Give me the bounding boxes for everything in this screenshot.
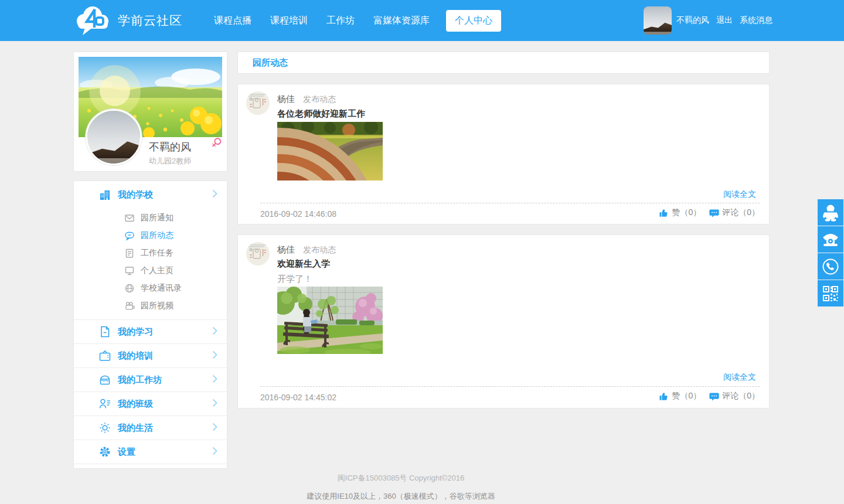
comment-button[interactable]: 评论（0）	[709, 207, 760, 218]
phone-circle-icon	[822, 258, 839, 275]
chevron-right-icon	[212, 423, 217, 434]
building-icon	[98, 188, 111, 201]
monitor-icon	[124, 265, 135, 276]
divider	[260, 386, 760, 387]
submenu-item-label: 园所视频	[141, 301, 173, 311]
brick-steps-photo[interactable]	[277, 122, 383, 181]
submenu-item-dynamics[interactable]: 园所动态	[74, 227, 227, 244]
telephone-icon	[821, 231, 840, 248]
task-document-icon	[124, 248, 135, 258]
post-author-line: 杨佳发布动态	[277, 244, 336, 256]
sidebar-item-label: 我的工作坊	[118, 374, 162, 386]
comment-bubble-icon	[124, 230, 135, 241]
nav-item-training[interactable]: 课程培训	[270, 15, 308, 27]
nav-item-vod[interactable]: 课程点播	[214, 15, 251, 27]
submenu-item-tasks[interactable]: 工作任务	[74, 244, 227, 262]
profile-avatar[interactable]	[86, 109, 142, 165]
sidebar-item-label: 我的学校	[118, 189, 153, 200]
post-author-avatar[interactable]	[246, 242, 270, 265]
post-title[interactable]: 各位老师做好迎新工作	[277, 108, 365, 120]
read-more-link[interactable]: 阅读全文	[723, 189, 756, 200]
post-author[interactable]: 杨佳	[277, 94, 295, 104]
section-title-bar: 园所动态	[237, 52, 770, 74]
chevron-right-icon	[212, 374, 217, 386]
post-author-avatar[interactable]	[246, 91, 270, 115]
chevron-right-icon	[212, 350, 217, 362]
post-title[interactable]: 欢迎新生入学	[277, 258, 330, 270]
submenu-item-label: 园所动态	[141, 230, 173, 241]
post-action-label: 发布动态	[303, 245, 336, 254]
nav-item-media-library[interactable]: 富媒体资源库	[373, 15, 430, 27]
qq-contact-button[interactable]	[818, 199, 843, 226]
sidebar-item-my-workshop[interactable]: 我的工作坊	[74, 367, 227, 391]
gear-icon	[98, 445, 111, 458]
workshop-box-icon	[98, 373, 111, 386]
like-button[interactable]: 赞（0）	[659, 207, 701, 218]
post-timestamp: 2016-09-02 14:45:02	[260, 393, 336, 402]
qrcode-button[interactable]	[818, 280, 843, 307]
chevron-right-icon	[212, 399, 217, 410]
submenu-item-homepage[interactable]: 个人主页	[74, 262, 227, 280]
submenu-item-label: 园所通知	[141, 213, 173, 223]
video-camera-icon	[124, 301, 135, 311]
envelope-icon	[124, 213, 135, 223]
brand[interactable]: 学前云社区	[73, 4, 182, 38]
sidebar-item-my-training[interactable]: 我的培训	[74, 343, 227, 367]
thumb-up-icon	[659, 391, 669, 401]
comment-bubble-icon	[709, 208, 719, 218]
page-title: 园所动态	[253, 57, 288, 69]
read-more-link[interactable]: 阅读全文	[723, 372, 756, 383]
submenu-item-contacts[interactable]: 学校通讯录	[74, 280, 227, 297]
chevron-right-icon	[212, 326, 217, 338]
nav-item-personal-center[interactable]: 个人中心	[446, 10, 501, 32]
submenu-item-label: 工作任务	[141, 248, 173, 258]
main-nav: 课程点播 课程培训 工作坊 富媒体资源库 个人中心	[205, 10, 511, 32]
chevron-right-icon	[212, 447, 217, 458]
park-bench-photo[interactable]	[277, 287, 383, 354]
like-count-label: 赞（0）	[672, 207, 701, 218]
comment-bubble-icon	[709, 391, 719, 401]
post-actions: 赞（0） 评论（0）	[659, 391, 760, 401]
post-author-line: 杨佳发布动态	[277, 94, 336, 105]
post-action-label: 发布动态	[303, 94, 336, 104]
profile-name: 不羁的风	[149, 140, 191, 154]
sun-icon	[98, 421, 111, 434]
sidebar-item-my-class[interactable]: 我的班级	[74, 391, 227, 416]
comment-button[interactable]: 评论（0）	[709, 391, 760, 401]
cloud-logo-icon	[73, 4, 112, 38]
sidebar-item-my-life[interactable]: 我的生活	[74, 416, 227, 440]
post-author[interactable]: 杨佳	[277, 244, 295, 254]
sidebar-item-label: 设置	[118, 447, 135, 458]
header-user-name[interactable]: 不羁的风	[676, 15, 709, 26]
header-user-avatar[interactable]	[644, 6, 672, 35]
nav-item-workshop[interactable]: 工作坊	[326, 15, 355, 27]
submenu-item-label: 学校通讯录	[141, 283, 182, 294]
footer-browser-advice: 建议使用IE10及以上，360（极速模式），谷歌等浏览器	[0, 491, 802, 502]
sidebar-item-my-school[interactable]: 我的学校	[74, 181, 227, 208]
sidebar-item-settings[interactable]: 设置	[74, 440, 227, 464]
submenu-item-videos[interactable]: 园所视频	[74, 297, 227, 315]
sidebar-item-label: 我的生活	[118, 423, 153, 434]
profile-role: 幼儿园2教师	[149, 156, 191, 166]
submenu-item-label: 个人主页	[141, 265, 173, 276]
like-button[interactable]: 赞（0）	[659, 391, 701, 401]
header-user-area: 不羁的风 退出 系统消息	[644, 6, 772, 35]
post-actions: 赞（0） 评论（0）	[659, 207, 760, 218]
phone-contact-button[interactable]	[818, 253, 843, 280]
logout-link[interactable]: 退出	[716, 15, 733, 26]
qq-icon	[822, 203, 839, 222]
globe-icon	[124, 283, 135, 294]
submenu-item-notices[interactable]: 园所通知	[74, 209, 227, 227]
comment-count-label: 评论（0）	[722, 207, 760, 218]
sidebar-item-label: 我的学习	[118, 326, 153, 338]
footer-copyright: 闽ICP备15003085号 Copyright©2016	[0, 473, 802, 483]
chevron-right-icon	[212, 189, 217, 200]
like-count-label: 赞（0）	[672, 391, 701, 401]
telephone-contact-button[interactable]	[818, 226, 843, 253]
sidebar-item-my-learning[interactable]: 我的学习	[74, 319, 227, 343]
post-card: 杨佳发布动态 各位老师做好迎新工作 阅读全文 2016-	[237, 84, 770, 224]
system-messages-link[interactable]: 系统消息	[740, 15, 772, 26]
qrcode-icon	[822, 285, 839, 302]
profile-card: 不羁的风 幼儿园2教师 ♀	[73, 52, 227, 172]
post-timestamp: 2016-09-02 14:46:08	[260, 209, 336, 219]
